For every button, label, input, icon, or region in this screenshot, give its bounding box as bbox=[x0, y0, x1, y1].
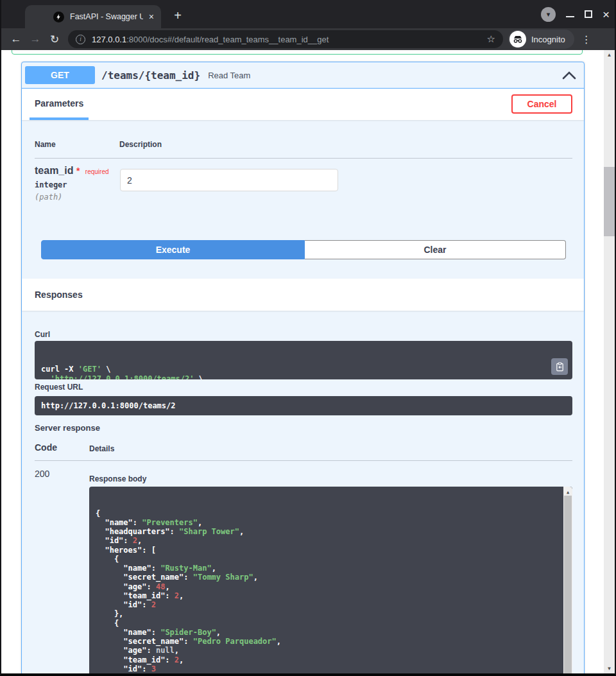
browser-window: FastAPI - Swagger UI × + ▾ × ← → ↻ i 127… bbox=[0, 0, 616, 676]
tab-search-button[interactable]: ▾ bbox=[541, 7, 556, 22]
back-icon[interactable]: ← bbox=[6, 33, 26, 46]
response-divider bbox=[35, 460, 572, 461]
collapse-chevron-icon[interactable] bbox=[562, 71, 576, 80]
page-scrollbar[interactable]: ▲ ▼ bbox=[604, 50, 615, 673]
responses-title: Responses bbox=[35, 290, 83, 300]
url-bar[interactable]: i 127.0.0.1:8000/docs#/default/read_team… bbox=[68, 30, 503, 48]
minimize-button[interactable] bbox=[566, 16, 574, 17]
execute-row: Execute Clear bbox=[41, 240, 566, 259]
column-name-label: Name bbox=[35, 140, 56, 149]
execute-button[interactable]: Execute bbox=[41, 240, 305, 259]
response-body-block: { "name": "Preventers", "headquarters": … bbox=[89, 487, 572, 673]
reload-icon[interactable]: ↻ bbox=[45, 33, 64, 46]
curl-command: curl -X 'GET' \ 'http://127.0.0.1:8000/t… bbox=[41, 365, 549, 379]
browser-toolbar: ← → ↻ i 127.0.0.1:8000/docs#/default/rea… bbox=[1, 28, 615, 50]
previous-endpoint-block-edge bbox=[12, 50, 583, 55]
curl-command-block: curl -X 'GET' \ 'http://127.0.0.1:8000/t… bbox=[35, 341, 572, 379]
forward-icon[interactable]: → bbox=[26, 33, 45, 46]
cancel-button[interactable]: Cancel bbox=[511, 94, 572, 114]
incognito-badge: Incognito bbox=[508, 30, 574, 49]
required-label: required bbox=[85, 168, 109, 175]
new-tab-button[interactable]: + bbox=[170, 9, 185, 22]
curl-label: Curl bbox=[35, 330, 50, 339]
response-body-scrollbar[interactable]: ▲ bbox=[563, 487, 572, 673]
caret-down-icon: ▾ bbox=[547, 10, 551, 19]
column-description-label: Description bbox=[119, 140, 162, 149]
method-badge: GET bbox=[25, 66, 95, 84]
clear-button[interactable]: Clear bbox=[305, 240, 566, 259]
browser-tab[interactable]: FastAPI - Swagger UI × bbox=[25, 5, 161, 28]
response-body-label: Response body bbox=[89, 474, 146, 483]
copy-to-clipboard-button[interactable] bbox=[551, 358, 568, 375]
columns-divider bbox=[35, 158, 572, 159]
tab-bar: FastAPI - Swagger UI × + ▾ × bbox=[1, 0, 615, 28]
site-info-icon[interactable]: i bbox=[76, 35, 85, 44]
bookmark-star-icon[interactable]: ☆ bbox=[487, 33, 495, 45]
param-name-cell: team_id * required integer (path) bbox=[35, 165, 109, 202]
tab-title: FastAPI - Swagger UI bbox=[70, 12, 143, 21]
url-path: :8000/docs#/default/read_team_teams__tea… bbox=[126, 35, 329, 44]
responses-header-band: Responses bbox=[22, 279, 584, 311]
fastapi-favicon-icon bbox=[53, 12, 64, 22]
endpoint-summary: Read Team bbox=[208, 71, 250, 80]
page-scrollbar-thumb[interactable] bbox=[604, 167, 615, 236]
status-code: 200 bbox=[35, 469, 49, 479]
page-scroll-up-icon[interactable]: ▲ bbox=[604, 52, 615, 58]
request-url-label: Request URL bbox=[35, 383, 83, 392]
url-text: 127.0.0.1:8000/docs#/default/read_team_t… bbox=[92, 35, 482, 44]
parameters-column-headers: Name Description bbox=[35, 140, 56, 149]
maximize-button[interactable] bbox=[585, 10, 592, 18]
incognito-label: Incognito bbox=[531, 35, 565, 44]
param-name: team_id bbox=[35, 165, 73, 176]
tab-close-icon[interactable]: × bbox=[147, 12, 156, 22]
swagger-page: GET /teams/{team_id} Read Team Parameter… bbox=[1, 50, 615, 673]
opblock-header[interactable]: GET /teams/{team_id} Read Team bbox=[22, 62, 584, 89]
close-button[interactable]: × bbox=[603, 8, 610, 21]
response-body-json: { "name": "Preventers", "headquarters": … bbox=[96, 509, 556, 674]
incognito-icon bbox=[509, 31, 526, 48]
page-scroll-down-icon[interactable]: ▼ bbox=[604, 666, 615, 672]
server-response-label: Server response bbox=[35, 423, 100, 433]
required-star: * bbox=[76, 166, 80, 176]
details-column-header: Details bbox=[89, 444, 114, 453]
code-column-header: Code bbox=[35, 442, 57, 453]
param-location: (path) bbox=[35, 193, 109, 202]
param-type: integer bbox=[35, 180, 109, 189]
parameters-header-band: Parameters Cancel bbox=[22, 89, 584, 120]
response-scrollbar-thumb[interactable] bbox=[564, 496, 572, 673]
endpoint-path: /teams/{team_id} bbox=[101, 69, 200, 82]
menu-kebab-icon[interactable]: ⋮ bbox=[581, 33, 592, 46]
opblock-get-teams: GET /teams/{team_id} Read Team Parameter… bbox=[21, 62, 585, 673]
team-id-input[interactable] bbox=[120, 169, 338, 191]
url-host: 127.0.0.1 bbox=[92, 35, 126, 44]
tab-parameters[interactable]: Parameters bbox=[30, 89, 89, 120]
request-url-block: http://127.0.0.1:8000/teams/2 bbox=[35, 396, 572, 415]
